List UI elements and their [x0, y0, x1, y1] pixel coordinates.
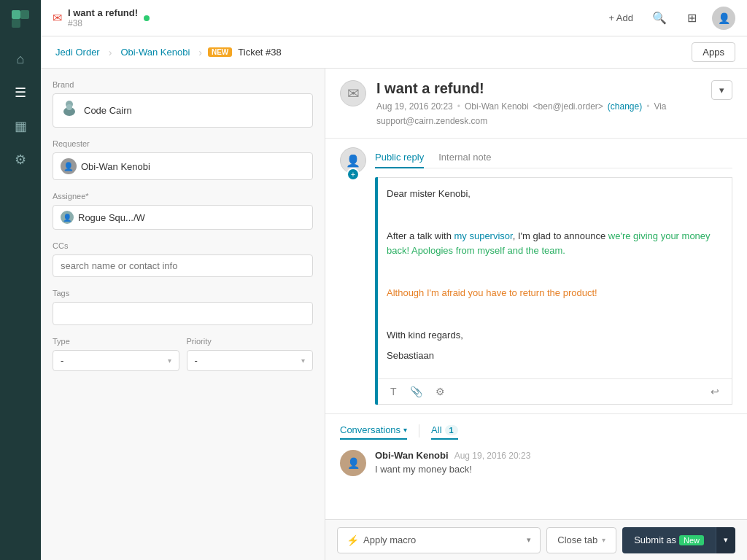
apps-button[interactable]: Apps	[692, 42, 735, 62]
settings-nav-icon[interactable]: ⚙	[6, 145, 35, 174]
ticket-tab-number: #38	[68, 18, 138, 28]
tickets-nav-icon[interactable]: ☰	[6, 78, 35, 107]
search-icon: 🔍	[652, 11, 667, 25]
brand-label: Brand	[53, 80, 313, 89]
ticket-tab-title: I want a refund!	[68, 7, 138, 19]
breadcrumb-obi-wan[interactable]: Obi-Wan Kenobi	[117, 44, 193, 61]
compose-toolbar: T 📎 ⚙ ↩	[378, 378, 732, 404]
submit-label: Submit as	[634, 534, 676, 545]
compose-add-icon[interactable]: +	[347, 168, 360, 181]
compose-avatar-icon: 👤	[346, 154, 360, 168]
svg-rect-2	[12, 19, 20, 28]
submit-arrow-button[interactable]: ▾	[716, 527, 735, 553]
brand-field[interactable]: Code Cairn	[53, 93, 313, 128]
tags-input[interactable]	[53, 302, 313, 325]
ticket-status-badge: new	[208, 47, 232, 57]
conv-author: Obi-Wan Kenobi	[375, 450, 449, 461]
nav-sidebar: ⌂ ☰ ▦ ⚙	[0, 0, 41, 560]
breadcrumb-jedi-order[interactable]: Jedi Order	[53, 44, 103, 61]
ticket-header-content: I want a refund! Aug 19, 2016 20:23 • Ob…	[376, 80, 701, 126]
conversations-label: Conversations	[340, 424, 400, 435]
redirect-button[interactable]: ↩	[707, 384, 723, 400]
grid-icon: ⊞	[687, 11, 697, 25]
assignee-field[interactable]: 👤 Rogue Squ.../W	[53, 205, 313, 230]
msg-line-blank-1	[387, 208, 723, 223]
type-field-group: Type - ▾	[53, 337, 179, 371]
breadcrumb-sep-2: ›	[198, 47, 202, 58]
reply-tabs: Public reply Internal note	[375, 147, 732, 168]
apply-macro-button[interactable]: ⚡ Apply macro ▾	[337, 527, 541, 553]
submit-button[interactable]: Submit as New	[622, 527, 716, 553]
type-priority-row: Type - ▾ Priority - ▾	[53, 337, 313, 383]
assignee-label: Assignee*	[53, 192, 313, 201]
assignee-avatar: 👤	[61, 211, 74, 224]
compose-panel: Public reply Internal note Dear mister K…	[375, 147, 732, 405]
ticket-email: <ben@jedi.order>	[533, 101, 603, 112]
ccs-field-group: CCs	[53, 241, 313, 277]
all-label: All	[431, 424, 441, 435]
requester-field[interactable]: 👤 Obi-Wan Kenobi	[53, 152, 313, 180]
conversations-header: Conversations ▾ All 1	[325, 414, 747, 440]
conv-time: Aug 19, 2016 20:23	[454, 451, 531, 461]
priority-label: Priority	[187, 337, 314, 346]
compose-message: Dear mister Kenobi, After a talk with my…	[387, 187, 723, 364]
msg-line-5: Sebastiaan	[387, 349, 723, 364]
header-actions: + Add 🔍 ⊞ 👤	[603, 7, 735, 30]
close-tab-label: Close tab	[557, 534, 597, 545]
type-select[interactable]: - ▾	[53, 350, 179, 371]
attach-button[interactable]: 📎	[406, 384, 426, 400]
svg-rect-1	[20, 10, 29, 19]
submit-group: Submit as New ▾	[622, 527, 735, 553]
add-button[interactable]: + Add	[603, 9, 639, 26]
lightning-icon: ⚡	[347, 534, 359, 546]
search-button[interactable]: 🔍	[648, 7, 671, 30]
text-format-button[interactable]: T	[387, 384, 400, 400]
conversations-tab[interactable]: Conversations ▾	[340, 421, 407, 440]
home-nav-icon[interactable]: ⌂	[6, 44, 35, 74]
ccs-input[interactable]	[53, 254, 313, 277]
all-tab[interactable]: All 1	[431, 421, 458, 440]
svg-rect-0	[12, 10, 20, 19]
requester-avatar-icon: 👤	[63, 162, 74, 171]
ticket-meta: Aug 19, 2016 20:23 • Obi-Wan Kenobi <ben…	[376, 101, 701, 126]
change-link[interactable]: (change)	[608, 101, 642, 112]
priority-field-group: Priority - ▾	[187, 337, 314, 371]
ticket-options-button[interactable]: ▾	[711, 80, 732, 100]
submit-dropdown-icon: ▾	[724, 535, 728, 545]
brand-icon	[61, 100, 78, 121]
msg-line-blank-3	[387, 307, 723, 322]
ticket-date: Aug 19, 2016 20:23	[376, 101, 453, 112]
close-tab-chevron-icon: ▾	[602, 536, 605, 544]
main-area: ✉ I want a refund! #38 + Add 🔍 ⊞ 👤 Jedi …	[41, 0, 747, 560]
conversations-wrapper: Conversations ▾ All 1 👤 Obi-	[325, 414, 747, 519]
assignee-field-group: Assignee* 👤 Rogue Squ.../W	[53, 192, 313, 230]
type-chevron-icon: ▾	[168, 357, 171, 365]
conversation-message: 👤 Obi-Wan Kenobi Aug 19, 2016 20:23 I wa…	[325, 440, 747, 486]
requester-name: Obi-Wan Kenobi	[81, 161, 150, 172]
breadcrumb-sep-1: ›	[109, 47, 112, 58]
bottom-bar: ⚡ Apply macro ▾ Close tab ▾ Submit as Ne…	[325, 519, 747, 560]
content-row: Brand Code Cairn Requester	[41, 69, 747, 560]
conv-content: Obi-Wan Kenobi Aug 19, 2016 20:23 I want…	[375, 450, 732, 476]
right-panel: ✉ I want a refund! Aug 19, 2016 20:23 • …	[325, 69, 747, 560]
close-tab-button[interactable]: Close tab ▾	[546, 527, 616, 553]
priority-select[interactable]: - ▾	[187, 350, 314, 371]
grid-button[interactable]: ⊞	[680, 7, 703, 30]
brand-name: Code Cairn	[84, 105, 132, 116]
breadcrumb-bar: Jedi Order › Obi-Wan Kenobi › new Ticket…	[41, 36, 747, 69]
apply-macro-label: Apply macro	[363, 534, 416, 545]
apps-toolbar-button[interactable]: ⚙	[432, 384, 449, 400]
apply-macro-chevron-icon: ▾	[527, 535, 531, 545]
conv-divider	[419, 424, 419, 438]
meta-dot: •	[457, 101, 460, 112]
reports-nav-icon[interactable]: ▦	[6, 112, 35, 141]
ticket-tab-title-block: I want a refund! #38	[68, 7, 138, 29]
tab-internal-note[interactable]: Internal note	[438, 147, 491, 168]
compose-area: Dear mister Kenobi, After a talk with my…	[378, 177, 732, 405]
ccs-label: CCs	[53, 241, 313, 250]
msg-line-3: Although I'm afraid you have to return t…	[387, 286, 723, 301]
user-avatar[interactable]: 👤	[712, 7, 735, 30]
compose-input[interactable]: Dear mister Kenobi, After a talk with my…	[378, 178, 732, 378]
tab-public-reply[interactable]: Public reply	[375, 147, 424, 168]
submit-status-badge: New	[679, 535, 704, 545]
